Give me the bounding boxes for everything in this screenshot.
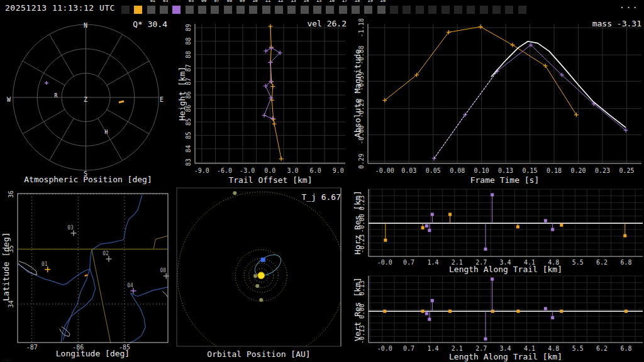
camera-indicator[interactable] [416, 6, 424, 14]
svg-text:4.8: 4.8 [548, 345, 559, 352]
camera-indicator[interactable] [121, 6, 130, 14]
vert-residuals-plot: -0.00.71.42.12.73.44.14.85.56.26.80.130.… [352, 274, 644, 362]
sky-plot: NESWZRH [0, 18, 176, 187]
camera-indicator-13[interactable] [287, 6, 296, 14]
mass-annotation: mass -3.31 [592, 19, 641, 28]
camera-indicator-label: 20 [380, 0, 386, 3]
camera-indicator-label: 13 [291, 0, 296, 3]
camera-indicator-03[interactable] [160, 6, 168, 14]
svg-text:W: W [7, 96, 11, 103]
camera-indicator-label: 09 [240, 0, 245, 3]
tisserand-annotation: T_j 6.67 [301, 192, 341, 202]
camera-indicator[interactable] [454, 6, 462, 14]
svg-text:-0.0: -0.0 [377, 345, 392, 352]
horz-x-title: Length Along Trail [km] [369, 265, 643, 274]
camera-indicator-08[interactable] [224, 6, 232, 14]
camera-indicator-label: 12 [278, 0, 283, 3]
svg-text:0.23: 0.23 [595, 167, 610, 174]
camera-indicator-label: 02 [150, 0, 155, 3]
camera-indicator[interactable] [467, 6, 475, 14]
ground-map: -87-86-853635340102030408 [0, 187, 176, 362]
camera-indicator[interactable] [505, 6, 513, 14]
camera-indicator-label: 08 [227, 0, 232, 3]
trail-offset-plot: -9.0-6.0-3.00.03.06.09.08988888787868685… [176, 18, 352, 187]
velocity-annotation: vel 26.2 [307, 19, 347, 28]
svg-text:0.03: 0.03 [401, 167, 416, 174]
svg-text:5.5: 5.5 [572, 345, 584, 352]
camera-indicator[interactable] [480, 6, 488, 14]
camera-indicator-label: 10 [252, 0, 257, 3]
camera-indicator-label: 05 [189, 0, 194, 3]
svg-text:6.0: 6.0 [310, 167, 321, 174]
camera-indicator-label: 11 [265, 0, 270, 3]
magnitude-plot: -0.000.030.050.080.100.130.150.180.200.2… [352, 18, 644, 187]
camera-indicator-06[interactable] [198, 6, 206, 14]
camera-indicator-label: 03 [163, 0, 168, 3]
camera-indicator-15[interactable] [313, 6, 321, 14]
camera-indicator-14[interactable] [301, 6, 309, 14]
svg-text:2.7: 2.7 [475, 345, 487, 352]
top-bar: 20251213 11:13:12 UTC 010203040506070809… [0, 0, 644, 18]
svg-text:E: E [160, 96, 164, 103]
meteor-analysis-app: 20251213 11:13:12 UTC 010203040506070809… [0, 0, 644, 362]
camera-indicator-01[interactable] [134, 6, 142, 14]
camera-indicator[interactable] [428, 6, 436, 14]
camera-indicator-label: 19 [367, 0, 372, 3]
timestamp: 20251213 11:13:12 UTC [5, 3, 115, 13]
camera-indicator-04[interactable] [172, 6, 180, 14]
watermark [3, 355, 15, 359]
camera-indicator-19[interactable] [364, 6, 372, 14]
svg-text:0.20: 0.20 [570, 167, 586, 174]
svg-text:3.4: 3.4 [500, 345, 511, 352]
camera-indicator-12[interactable] [275, 6, 283, 14]
sky-plot-panel: NESWZRH Q* 30.4 Atmospheric Position [de… [0, 18, 176, 187]
camera-indicator[interactable] [390, 6, 398, 14]
camera-indicator-label: 04 [175, 0, 180, 3]
camera-indicator-05[interactable] [186, 6, 194, 14]
svg-text:0.18: 0.18 [547, 167, 562, 174]
svg-text:08: 08 [160, 268, 166, 273]
svg-text:04: 04 [127, 283, 133, 288]
camera-indicator-09[interactable] [236, 6, 245, 14]
svg-text:N: N [84, 22, 87, 29]
horz-residuals-panel: -0.00.71.42.12.73.44.14.85.56.26.80.23-0… [352, 187, 644, 275]
camera-indicator-label: 17 [342, 0, 347, 3]
svg-text:01: 01 [42, 261, 48, 267]
svg-text:0.08: 0.08 [450, 167, 465, 174]
svg-text:0.05: 0.05 [426, 167, 441, 174]
camera-indicator-20[interactable] [377, 6, 386, 14]
camera-indicator-07[interactable] [211, 6, 219, 14]
svg-text:-9.0: -9.0 [194, 167, 209, 174]
overflow-menu[interactable]: ... [619, 0, 639, 10]
mag-x-title: Frame Time [s] [368, 175, 641, 185]
camera-indicator-11[interactable] [262, 6, 270, 14]
camera-indicator-label: 06 [201, 0, 206, 3]
svg-text:3.0: 3.0 [287, 167, 298, 174]
camera-indicator-02[interactable] [147, 6, 155, 14]
vert-residuals-panel: -0.00.71.42.12.73.44.14.85.56.26.80.130.… [352, 274, 644, 362]
svg-text:4.1: 4.1 [524, 345, 535, 352]
camera-indicator-label: 15 [316, 0, 321, 3]
camera-indicator[interactable] [492, 6, 501, 14]
svg-text:2.1: 2.1 [452, 345, 463, 352]
svg-text:03: 03 [67, 225, 74, 231]
svg-text:0.7: 0.7 [403, 345, 414, 352]
camera-indicator-10[interactable] [249, 6, 257, 14]
svg-text:Z: Z [84, 96, 87, 103]
svg-text:02: 02 [103, 251, 109, 256]
svg-text:9.0: 9.0 [333, 167, 344, 174]
camera-indicator-16[interactable] [326, 6, 334, 14]
camera-indicator-17[interactable] [339, 6, 347, 14]
camera-indicator[interactable] [402, 6, 411, 14]
ground-map-panel: -87-86-853635340102030408 Longitude [deg… [0, 187, 176, 362]
orbit-plot [176, 187, 352, 362]
camera-indicator[interactable] [518, 6, 526, 14]
camera-indicator-18[interactable] [352, 6, 360, 14]
vert-y-title: Vert Res [km] [353, 274, 362, 345]
camera-indicator-label: 07 [214, 0, 219, 3]
svg-text:6.2: 6.2 [596, 345, 608, 352]
camera-indicator[interactable] [441, 6, 450, 14]
mag-y-title: Absolute Magnitude [353, 18, 362, 170]
camera-indicator-label: 18 [355, 0, 360, 3]
orbit-title: Orbital Position [AU] [176, 349, 341, 359]
